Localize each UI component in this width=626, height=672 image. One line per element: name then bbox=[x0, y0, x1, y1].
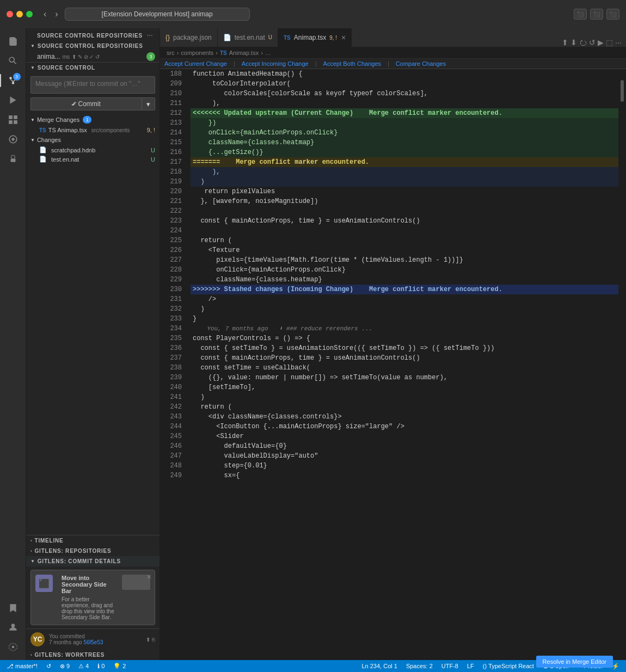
line-number: 242 bbox=[164, 402, 182, 412]
tab-close-button[interactable]: × bbox=[341, 33, 346, 42]
sc-repositories-label: SOURCE CONTROL REPOSITORIES bbox=[38, 43, 143, 49]
info-icon: ℹ bbox=[97, 663, 100, 670]
search-bar[interactable]: [Extension Development Host] animap bbox=[65, 8, 250, 21]
gitlens-commit-panel[interactable]: ▼ GITLENS: COMMIT DETAILS bbox=[26, 556, 159, 566]
editor-action-1[interactable]: ⬆ bbox=[562, 38, 568, 47]
breadcrumb-more[interactable]: … bbox=[265, 50, 271, 56]
line-number: 212 bbox=[164, 108, 182, 118]
cursor-position[interactable]: Ln 234, Col 1 bbox=[359, 663, 399, 669]
timeline-panel[interactable]: › TIMELINE bbox=[26, 535, 159, 546]
breadcrumb-file[interactable]: Animap.tsx bbox=[229, 50, 259, 56]
commit-hash[interactable]: 56f5e53 bbox=[83, 639, 103, 645]
tab-test-en-nat[interactable]: 📄 test.en.nat U bbox=[218, 28, 278, 47]
activity-debug[interactable] bbox=[4, 150, 22, 168]
line-number: 217 bbox=[164, 157, 182, 167]
git-branch-status[interactable]: ⎇ master*! bbox=[4, 663, 40, 670]
notification-close-button[interactable]: × bbox=[147, 572, 151, 581]
svg-line-1 bbox=[14, 62, 16, 64]
accept-incoming-action[interactable]: Accept Incoming Change bbox=[242, 60, 309, 67]
editor-more-icon[interactable]: ··· bbox=[615, 38, 622, 47]
tab-package-json[interactable]: {} package.json bbox=[160, 28, 218, 47]
main-layout: 3 SOURCE CONTROL REPOS bbox=[0, 28, 626, 660]
scrollbar[interactable] bbox=[618, 69, 626, 660]
merge-file-item[interactable]: TS TS Animap.tsx src/components 9, ! bbox=[26, 126, 159, 134]
line-number: 223 bbox=[164, 216, 182, 226]
commit-button[interactable]: ✓ ✓ Commit bbox=[30, 97, 142, 110]
spaces-setting[interactable]: Spaces: 2 bbox=[404, 663, 435, 669]
gitlens-commit-chevron-icon: ▼ bbox=[30, 559, 35, 564]
source-control-section[interactable]: ▼ SOURCE CONTROL bbox=[26, 62, 159, 73]
activity-account[interactable] bbox=[4, 619, 22, 636]
brackets-icon: () bbox=[483, 663, 487, 669]
activity-settings[interactable] bbox=[4, 638, 22, 656]
maximize-button[interactable] bbox=[26, 11, 33, 17]
editor-action-3[interactable]: ⭮ bbox=[579, 38, 587, 47]
layout-btn-3[interactable]: ⬛ bbox=[606, 9, 619, 20]
accept-both-action[interactable]: Accept Both Changes bbox=[323, 60, 381, 67]
editor-action-5[interactable]: ▶ bbox=[598, 38, 604, 47]
breadcrumb-src[interactable]: src bbox=[167, 50, 175, 56]
commit-label: ✓ Commit bbox=[71, 100, 101, 108]
copy-hash-icon[interactable]: ⬆ ⎘ bbox=[146, 637, 155, 643]
compare-changes-action[interactable]: Compare Changes bbox=[396, 60, 446, 67]
resolve-merge-editor-button[interactable]: Resolve in Merge Editor bbox=[536, 656, 613, 660]
file-item-1[interactable]: 📄 scratchpad.hdnb U bbox=[26, 145, 159, 155]
code-line: <<<<<<< Updated upstream (Current Change… bbox=[191, 108, 618, 118]
repo-header-label: SOURCE CONTROL REPOSITORIES bbox=[37, 33, 143, 39]
accept-current-action[interactable]: Accept Current Change bbox=[164, 60, 227, 67]
tab-animap-tsx[interactable]: TS Animap.tsx 9, ! × bbox=[278, 28, 352, 47]
scrollbar-thumb[interactable] bbox=[621, 80, 624, 102]
breadcrumb-components[interactable]: components bbox=[181, 50, 213, 56]
layout-btn-2[interactable]: ⬛ bbox=[590, 9, 603, 20]
line-number: 243 bbox=[164, 412, 182, 422]
repo-section-header: SOURCE CONTROL REPOSITORIES ··· bbox=[26, 28, 159, 41]
language-setting[interactable]: () TypeScript React bbox=[481, 663, 536, 669]
commit-dropdown-button[interactable]: ▾ bbox=[142, 97, 155, 110]
gitlens-repos-panel[interactable]: › GITLENS: REPOSITORIES bbox=[26, 546, 159, 556]
activity-search[interactable] bbox=[4, 52, 22, 70]
merge-changes-header[interactable]: ▼ Merge Changes 1 bbox=[26, 114, 159, 126]
code-line: function AnimatedHeatmap() { bbox=[191, 69, 618, 79]
editor-action-2[interactable]: ⬇ bbox=[570, 38, 577, 47]
gitlens-worktrees-panel[interactable]: › GITLENS: WORKTREES bbox=[26, 650, 159, 660]
sc-repositories-section[interactable]: ▼ SOURCE CONTROL REPOSITORIES bbox=[26, 41, 159, 51]
eol-setting[interactable]: LF bbox=[465, 663, 476, 669]
changes-header[interactable]: ▼ Changes bbox=[26, 134, 159, 145]
file-item-2[interactable]: 📄 test.en.nat U bbox=[26, 155, 159, 164]
line-number: 220 bbox=[164, 187, 182, 196]
code-line: toColorInterpolator( bbox=[191, 79, 618, 89]
line-numbers: 1882092102112122132142152162172182192202… bbox=[160, 69, 186, 660]
close-button[interactable] bbox=[7, 11, 13, 17]
commit-message-input[interactable] bbox=[30, 76, 155, 94]
code-display[interactable]: function AnimatedHeatmap() { toColorInte… bbox=[186, 69, 618, 660]
layout-btn-1[interactable]: ⬛ bbox=[574, 9, 587, 20]
activity-bookmark[interactable] bbox=[4, 599, 22, 616]
code-line: <IconButton {...mainActionProps} size="l… bbox=[191, 422, 618, 431]
code-line: } bbox=[191, 314, 618, 324]
status-bar: ⎇ master*! ↺ ⊗ 9 ⚠ 4 ℹ 0 💡 2 Ln 234, Col… bbox=[0, 660, 626, 672]
nav-forward-button[interactable]: › bbox=[53, 8, 60, 20]
package-json-icon: {} bbox=[165, 34, 170, 41]
animap-file-status: 9, ! bbox=[147, 127, 155, 133]
warning-icon: ⚠ bbox=[78, 663, 84, 670]
minimize-button[interactable] bbox=[16, 11, 23, 17]
info-status[interactable]: ℹ 0 bbox=[95, 663, 107, 670]
activity-explorer[interactable] bbox=[4, 33, 22, 50]
tab-bar: {} package.json 📄 test.en.nat U TS Anima… bbox=[160, 28, 626, 47]
warnings-status[interactable]: ⚠ 4 bbox=[76, 663, 91, 670]
repo-item[interactable]: anima... ms ⬆ ✎ ⊘ ✓ ↺ 3 bbox=[26, 51, 159, 62]
errors-status[interactable]: ⊗ 9 bbox=[58, 663, 72, 670]
activity-extensions[interactable] bbox=[4, 111, 22, 128]
encoding-setting[interactable]: UTF-8 bbox=[439, 663, 461, 669]
light-status[interactable]: 💡 2 bbox=[111, 663, 128, 670]
activity-gitlens[interactable] bbox=[4, 131, 22, 148]
activity-source-control[interactable]: 3 bbox=[4, 72, 22, 89]
nav-back-button[interactable]: ‹ bbox=[41, 8, 48, 20]
sync-status[interactable]: ↺ bbox=[44, 663, 53, 670]
commit-summary: You committed bbox=[49, 633, 103, 639]
activity-run[interactable] bbox=[4, 91, 22, 109]
editor-action-4[interactable]: ↺ bbox=[589, 38, 596, 47]
more-actions-icon[interactable]: ··· bbox=[147, 33, 153, 39]
editor-split-icon[interactable]: ⬚ bbox=[606, 38, 613, 47]
line-number: 213 bbox=[164, 118, 182, 128]
